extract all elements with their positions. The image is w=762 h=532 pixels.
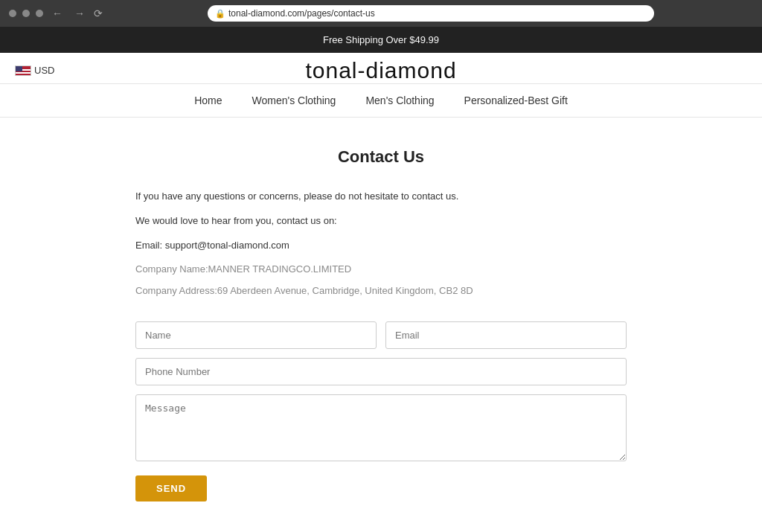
- name-input[interactable]: [135, 321, 377, 349]
- currency-selector[interactable]: USD: [15, 65, 54, 76]
- site-title[interactable]: tonal-diamond: [305, 58, 456, 83]
- intro-text-2: We would love to hear from you, contact …: [135, 214, 627, 229]
- us-flag-icon: [15, 65, 31, 76]
- intro-text-1: If you have any questions or concerns, p…: [135, 189, 627, 205]
- send-button[interactable]: SEND: [135, 475, 207, 501]
- browser-maximize-btn[interactable]: [36, 10, 43, 17]
- reload-button[interactable]: ⟳: [94, 7, 103, 19]
- forward-button[interactable]: →: [71, 6, 88, 21]
- top-banner: Free Shipping Over $49.99: [0, 27, 762, 53]
- contact-form: SEND: [135, 321, 627, 501]
- site-header: USD tonal-diamond: [0, 53, 762, 83]
- main-nav: Home Women's Clothing Men's Clothing Per…: [0, 83, 762, 118]
- nav-item-mens[interactable]: Men's Clothing: [365, 94, 434, 106]
- message-input[interactable]: [135, 394, 627, 461]
- email-input[interactable]: [385, 321, 627, 349]
- url-text: tonal-diamond.com/pages/contact-us: [228, 8, 375, 19]
- name-email-row: [135, 321, 627, 349]
- nav-item-womens[interactable]: Women's Clothing: [252, 94, 336, 106]
- back-button[interactable]: ←: [49, 6, 65, 21]
- page-title: Contact Us: [135, 147, 627, 167]
- banner-text: Free Shipping Over $49.99: [323, 34, 439, 45]
- currency-label: USD: [34, 65, 54, 76]
- lock-icon: 🔒: [215, 9, 225, 19]
- company-address: Company Address:69 Aberdeen Avenue, Camb…: [135, 283, 627, 299]
- main-content: Contact Us If you have any questions or …: [121, 118, 641, 532]
- browser-chrome: ← → ⟳ 🔒 tonal-diamond.com/pages/contact-…: [0, 0, 762, 27]
- company-name: Company Name:MANNER TRADINGCO.LIMITED: [135, 262, 627, 278]
- address-bar[interactable]: 🔒 tonal-diamond.com/pages/contact-us: [208, 5, 654, 22]
- nav-item-home[interactable]: Home: [194, 94, 222, 106]
- browser-close-btn[interactable]: [9, 10, 16, 17]
- nav-item-gift[interactable]: Personalized-Best Gift: [464, 94, 568, 106]
- phone-input[interactable]: [135, 358, 627, 385]
- browser-minimize-btn[interactable]: [22, 10, 30, 17]
- email-info: Email: support@tonal-diamond.com: [135, 238, 627, 254]
